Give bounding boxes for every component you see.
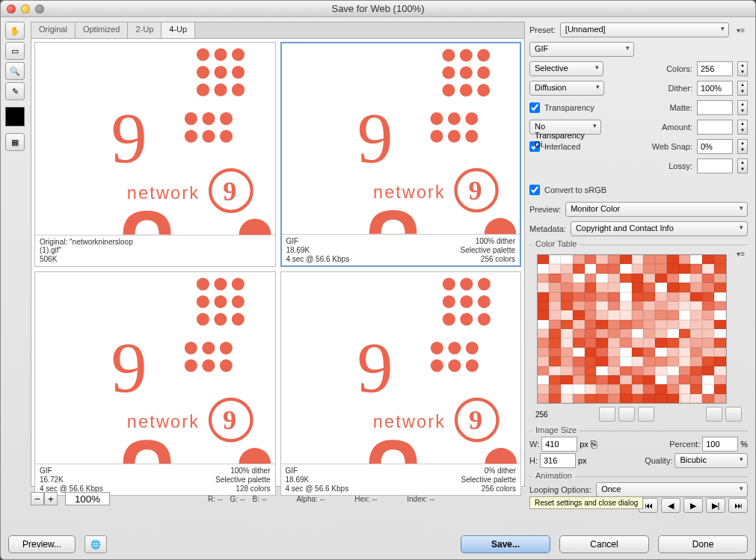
eyedropper-color-swatch[interactable] [5, 107, 25, 126]
tab-4up[interactable]: 4-Up [162, 22, 195, 38]
svg-point-55 [185, 359, 197, 372]
zoom-tool[interactable]: 🔍 [5, 62, 25, 80]
preset-select[interactable]: [Unnamed] [560, 22, 729, 37]
quality-select[interactable]: Bicubic [674, 453, 748, 468]
preview-thumb: 9 network 9 [35, 272, 275, 464]
svg-text:9: 9 [111, 327, 147, 407]
svg-point-8 [214, 84, 227, 96]
prev-frame-button[interactable]: ◀ [661, 498, 680, 513]
svg-point-5 [214, 66, 227, 79]
ct-lock-button[interactable] [618, 407, 635, 422]
svg-point-47 [214, 295, 227, 308]
convert-srgb-checkbox[interactable] [529, 185, 540, 195]
next-frame-button[interactable]: ▶| [706, 498, 725, 513]
preview-pane-1[interactable]: 9 network 9 GIF100% dither 18.69KSelecti… [280, 42, 522, 267]
zoom-in-button[interactable]: + [44, 492, 58, 505]
websnap-stepper[interactable]: ▲▼ [737, 139, 748, 154]
svg-text:9: 9 [468, 176, 482, 206]
svg-point-35 [447, 130, 460, 143]
toggle-slices-button[interactable]: ▦ [5, 133, 25, 151]
color-count: 256 [535, 410, 548, 419]
window-title: Save for Web (100%) [1, 3, 755, 14]
width-field[interactable] [541, 437, 577, 452]
svg-text:9: 9 [111, 98, 147, 178]
save-button[interactable]: Save... [461, 535, 550, 553]
svg-point-48 [232, 295, 245, 308]
format-select[interactable]: GIF [529, 42, 634, 57]
svg-point-75 [465, 342, 478, 354]
link-icon[interactable]: ⎘ [591, 438, 597, 450]
color-reduction-select[interactable]: Selective [529, 61, 603, 76]
dither-method-select[interactable]: Diffusion [529, 81, 604, 96]
svg-point-2 [214, 48, 227, 61]
slice-select-tool[interactable]: ▭ [5, 42, 25, 60]
svg-text:network: network [373, 182, 446, 202]
pane-info: Original: "networkninersloop (1).gif" [40, 238, 152, 254]
browser-preview-icon[interactable]: 🌐 [84, 535, 107, 553]
last-frame-button[interactable]: ⏭ [728, 498, 748, 513]
preview-pane-original[interactable]: 9 network 9 Original: "networkninersloop… [34, 42, 276, 267]
svg-point-49 [197, 313, 209, 325]
svg-point-44 [214, 277, 227, 290]
transparency-checkbox[interactable] [529, 102, 540, 113]
play-button[interactable]: ▶ [683, 498, 703, 513]
dither-field[interactable] [697, 81, 733, 96]
color-table-menu-icon[interactable]: ▾≡ [734, 250, 748, 258]
svg-text:network: network [127, 412, 200, 431]
svg-point-22 [442, 49, 455, 61]
preview-select[interactable]: Monitor Color [565, 202, 748, 217]
tab-2up[interactable]: 2-Up [128, 22, 162, 38]
height-field[interactable] [540, 453, 576, 468]
color-table-label: Color Table [532, 239, 580, 248]
preview-pane-2[interactable]: 9 network 9 GIF100% dither 16.72KSelecti… [34, 271, 276, 496]
preview-button[interactable]: Preview... [8, 535, 76, 553]
svg-point-7 [197, 84, 209, 96]
ct-map-button[interactable] [638, 407, 654, 422]
zoom-field[interactable] [65, 492, 110, 505]
cancel-button[interactable]: Cancel [559, 535, 649, 553]
preset-menu-icon[interactable]: ▾≡ [734, 26, 748, 34]
metadata-select[interactable]: Copyright and Contact Info [571, 221, 748, 236]
preview-grid: 9 network 9 Original: "networkninersloop… [31, 38, 525, 487]
svg-point-43 [197, 277, 209, 290]
svg-text:network: network [372, 412, 445, 431]
svg-point-33 [465, 112, 478, 125]
percent-field[interactable] [702, 437, 738, 452]
colors-stepper[interactable]: ▲▼ [737, 61, 748, 76]
svg-point-15 [220, 130, 233, 143]
tab-original[interactable]: Original [31, 22, 76, 38]
zoom-out-button[interactable]: − [31, 492, 44, 505]
matte-select[interactable] [697, 100, 733, 115]
svg-point-36 [465, 130, 478, 143]
svg-point-14 [202, 130, 215, 143]
eyedropper-tool[interactable]: ✎ [5, 82, 25, 100]
done-button[interactable]: Done [658, 535, 748, 553]
hand-tool[interactable]: ✋ [5, 22, 25, 40]
svg-point-64 [442, 277, 455, 290]
svg-point-13 [185, 130, 197, 143]
svg-point-24 [477, 49, 490, 61]
image-size-label: Image Size [532, 425, 580, 434]
preview-thumb: 9 network 9 [282, 43, 520, 234]
svg-point-46 [197, 295, 209, 308]
transparency-dither-select[interactable]: No Transparency Di... [529, 120, 601, 135]
color-table-grid[interactable] [537, 254, 727, 404]
svg-point-69 [477, 295, 490, 308]
websnap-field[interactable] [697, 139, 733, 154]
dither-stepper[interactable]: ▲▼ [737, 81, 748, 96]
ct-new-button[interactable] [706, 407, 722, 422]
svg-point-25 [442, 67, 455, 79]
tooltip: Reset settings and close dialog [529, 496, 643, 509]
svg-point-70 [442, 313, 455, 325]
settings-panel: Preset: [Unnamed] ▾≡ GIF Selective Color… [529, 22, 751, 525]
tab-optimized[interactable]: Optimized [76, 22, 129, 38]
preview-pane-3[interactable]: 9 network 9 GIF0% dither 18.69KSelective… [280, 271, 522, 496]
svg-point-77 [448, 359, 461, 372]
lossy-field [697, 159, 733, 173]
svg-point-57 [220, 359, 233, 372]
ct-delete-button[interactable] [725, 407, 742, 422]
ct-snap-button[interactable] [599, 407, 615, 422]
matte-stepper[interactable]: ▲▼ [737, 100, 748, 115]
colors-field[interactable] [697, 61, 733, 76]
looping-select[interactable]: Once [596, 482, 748, 497]
